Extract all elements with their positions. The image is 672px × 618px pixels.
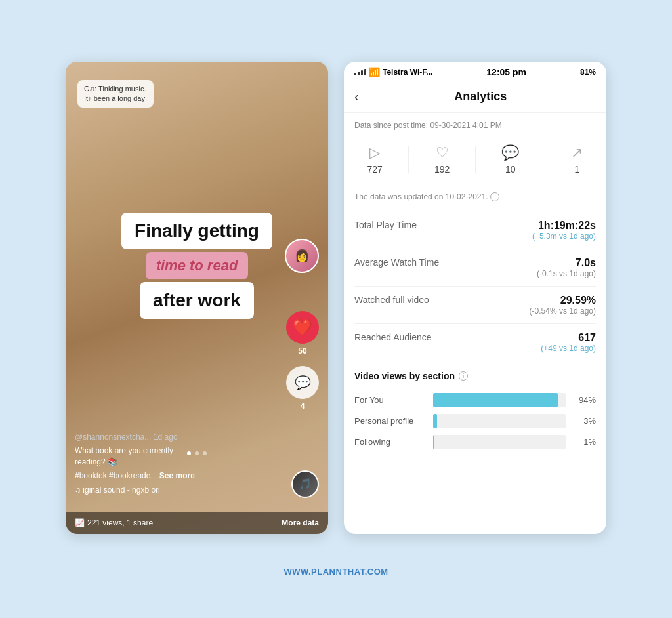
username: @shannonsnextcha... [75,432,151,442]
metric-value-1: 7.0s (-0.1s vs 1d ago) [537,257,596,278]
bar-track-2 [433,435,566,449]
status-time: 12:05 pm [486,67,526,77]
overlay-line3: after work [140,282,254,319]
heart-outline-icon: ♡ [436,144,449,161]
bar-chart: For You 94% Personal profile 3% Foll [354,389,596,449]
metric-watched-full: Watched full video 29.59% (-0.54% vs 1d … [354,287,596,324]
bar-row-for-you: For You 94% [354,393,596,407]
right-phone: 📶 Telstra Wi-F... 12:05 pm 81% ‹ Analyti… [344,62,606,534]
wifi-icon: 📶 [369,67,380,77]
stats-row: ▷ 727 ♡ 192 💬 10 ↗ 1 [354,139,596,184]
bottom-info: @shannonsnextcha... 1d ago What book are… [75,432,282,494]
views-count: 221 views, 1 share [87,518,153,527]
comment-button[interactable]: 💬 4 [286,366,319,411]
hashtags: #booktok #bookreade... See more [75,470,282,482]
bar-track-0 [433,393,566,407]
comment-count: 4 [301,402,305,411]
main-container: C♫: Tinkling music. It♪ been a long day!… [46,42,626,554]
left-phone: C♫: Tinkling music. It♪ been a long day!… [66,62,328,534]
chart-info-icon: i [459,371,468,381]
stat-views: ▷ 727 [368,144,383,175]
avatar[interactable]: 👩 [285,239,319,273]
music-row: ♫ iginal sound - ngxb ori [75,485,282,495]
heart-icon: ❤️ [286,311,319,344]
chart-section-title: Video views by section i [354,371,596,381]
sound-tag: C♫: Tinkling music. It♪ been a long day! [77,80,154,108]
carrier: Telstra Wi-F... [383,68,432,77]
right-actions: ❤️ 50 💬 4 [286,311,319,411]
comment-icon: 💬 [286,366,319,399]
bar1 [354,73,356,75]
overlay-line2: time to read [146,252,249,279]
bar-label-2: Following [354,437,427,447]
bar2 [358,72,360,75]
more-data-button[interactable]: More data [282,518,319,527]
bar-row-following: Following 1% [354,435,596,449]
see-more-button[interactable]: See more [159,471,195,480]
metric-avg-watch-time: Average Watch Time 7.0s (-0.1s vs 1d ago… [354,249,596,287]
stat-likes-value: 192 [434,164,450,175]
bar-row-personal-profile: Personal profile 3% [354,414,596,428]
stat-comments: 💬 10 [501,144,519,175]
metric-label-1: Average Watch Time [354,257,439,268]
metric-total-play-time: Total Play Time 1h:19m:22s (+5.3m vs 1d … [354,212,596,249]
signal-bars [354,69,366,75]
bar-fill-2 [433,435,434,449]
video-background: C♫: Tinkling music. It♪ been a long day!… [66,62,328,534]
metric-reached-audience: Reached Audience 617 (+49 vs 1d ago) [354,324,596,361]
bar-track-1 [433,414,566,428]
username-row: @shannonsnextcha... 1d ago [75,432,282,442]
bar4 [364,69,366,75]
like-button[interactable]: ❤️ 50 [286,311,319,356]
analytics-title: Analytics [366,90,596,104]
back-button[interactable]: ‹ [354,89,359,104]
bar-pct-0: 94% [572,395,596,405]
status-left: 📶 Telstra Wi-F... [354,67,432,77]
metric-label-0: Total Play Time [354,220,417,230]
sound-tag-line2: It♪ been a long day! [84,94,147,102]
bar-fill-1 [433,414,437,428]
updated-text: The data was updated on 10-02-2021. i [354,192,596,201]
comment-outline-icon: 💬 [501,144,519,161]
stat-shares: ↗ 1 [571,144,583,175]
analytics-header: ‹ Analytics [344,83,606,113]
play-icon: ▷ [369,144,381,161]
sound-tag-line1: C♫: Tinkling music. [84,85,146,93]
footer-url: WWW.PLANNTHAT.COM [284,567,388,577]
metric-label-3: Reached Audience [354,332,432,342]
caption: What book are you currently reading? 📚 [75,445,282,468]
text-overlay: Finally getting time to read after work [105,213,289,319]
metric-label-2: Watched full video [354,295,429,305]
bar-pct-2: 1% [572,437,596,447]
metric-value-0: 1h:19m:22s (+5.3m vs 1d ago) [532,220,596,241]
divider-3 [545,146,545,173]
stat-comments-value: 10 [505,164,516,175]
vinyl-avatar: 🎵 [291,470,319,498]
caption-line2: reading? 📚 [75,457,117,466]
caption-line1: What book are you currently [75,446,173,455]
bar-label-1: Personal profile [354,416,427,426]
divider-2 [475,146,476,173]
bar-fill-0 [433,393,558,407]
status-bar: 📶 Telstra Wi-F... 12:05 pm 81% [344,62,606,83]
bar-label-0: For You [354,395,427,405]
stat-views-value: 727 [368,164,383,175]
like-count: 50 [298,346,306,356]
battery: 81% [580,68,596,77]
divider-1 [408,146,409,173]
bar-pct-1: 3% [572,416,596,426]
stat-shares-value: 1 [575,164,580,175]
time-ago: 1d ago [154,432,178,442]
data-since: Data since post time: 09-30-2021 4:01 PM [354,121,596,130]
metric-value-2: 29.59% (-0.54% vs 1d ago) [530,295,596,316]
stat-likes: ♡ 192 [434,144,450,175]
bar3 [361,70,363,75]
analytics-body: Data since post time: 09-30-2021 4:01 PM… [344,113,606,534]
overlay-line1: Finally getting [121,213,272,249]
info-icon: i [490,192,499,201]
metric-value-3: 617 (+49 vs 1d ago) [541,332,596,353]
bottom-bar: 📈 221 views, 1 share More data [66,512,328,534]
share-icon: ↗ [571,144,583,161]
views-text: 📈 221 views, 1 share [75,518,153,527]
